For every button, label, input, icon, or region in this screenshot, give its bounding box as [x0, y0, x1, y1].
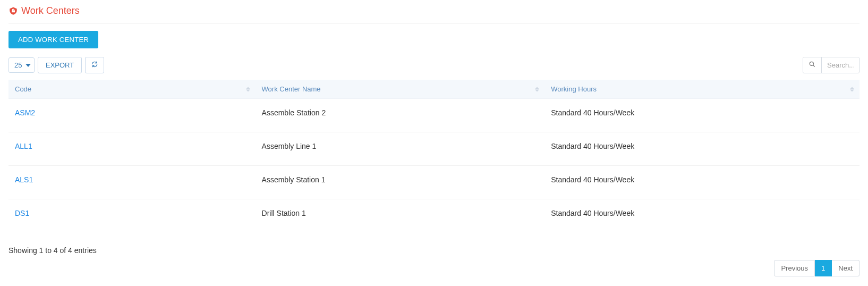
sort-icon — [535, 87, 539, 91]
search-button[interactable] — [803, 57, 822, 73]
column-header-name[interactable]: Work Center Name — [256, 80, 545, 99]
table-toolbar: 25 EXPORT — [8, 57, 860, 73]
name-cell: Drill Station 1 — [256, 199, 545, 233]
export-button[interactable]: EXPORT — [38, 57, 82, 73]
svg-line-1 — [813, 65, 814, 66]
column-header-hours[interactable]: Working Hours — [544, 80, 860, 99]
refresh-button[interactable] — [85, 57, 104, 73]
search-group — [803, 57, 860, 73]
column-header-code[interactable]: Code — [8, 80, 256, 99]
page-button-1[interactable]: 1 — [815, 260, 832, 276]
hours-cell: Standard 40 Hours/Week — [544, 132, 860, 166]
page-header: Work Centers — [8, 5, 860, 23]
code-link[interactable]: ASM2 — [15, 108, 35, 117]
name-cell: Assembly Station 1 — [256, 166, 545, 199]
previous-button[interactable]: Previous — [774, 260, 815, 276]
table-info: Showing 1 to 4 of 4 entries — [8, 246, 860, 255]
table-row: ASM2 Assemble Station 2 Standard 40 Hour… — [8, 99, 860, 132]
next-button[interactable]: Next — [832, 260, 860, 276]
add-work-center-button[interactable]: ADD WORK CENTER — [8, 31, 98, 48]
hours-cell: Standard 40 Hours/Week — [544, 99, 860, 132]
column-label: Code — [15, 85, 31, 93]
sort-icon — [246, 87, 250, 91]
name-cell: Assembly Line 1 — [256, 132, 545, 166]
pagination: Previous 1 Next — [8, 260, 860, 276]
page-size-select[interactable]: 25 — [8, 57, 35, 73]
toolbar-left: 25 EXPORT — [8, 57, 104, 73]
sort-icon — [850, 87, 854, 91]
hours-cell: Standard 40 Hours/Week — [544, 166, 860, 199]
search-icon — [809, 61, 816, 70]
work-center-icon — [8, 6, 18, 16]
svg-point-0 — [810, 62, 813, 65]
table-row: DS1 Drill Station 1 Standard 40 Hours/We… — [8, 199, 860, 233]
column-label: Working Hours — [551, 85, 597, 93]
page-title: Work Centers — [21, 5, 80, 16]
table-row: ALS1 Assembly Station 1 Standard 40 Hour… — [8, 166, 860, 199]
code-link[interactable]: ALS1 — [15, 175, 33, 184]
code-link[interactable]: DS1 — [15, 209, 29, 217]
hours-cell: Standard 40 Hours/Week — [544, 199, 860, 233]
code-link[interactable]: ALL1 — [15, 142, 32, 150]
work-centers-table: Code Work Center Name Working Hours ASM2… — [8, 80, 860, 232]
name-cell: Assemble Station 2 — [256, 99, 545, 132]
refresh-icon — [91, 61, 98, 70]
search-input[interactable] — [822, 57, 859, 73]
column-label: Work Center Name — [262, 85, 321, 93]
table-row: ALL1 Assembly Line 1 Standard 40 Hours/W… — [8, 132, 860, 166]
